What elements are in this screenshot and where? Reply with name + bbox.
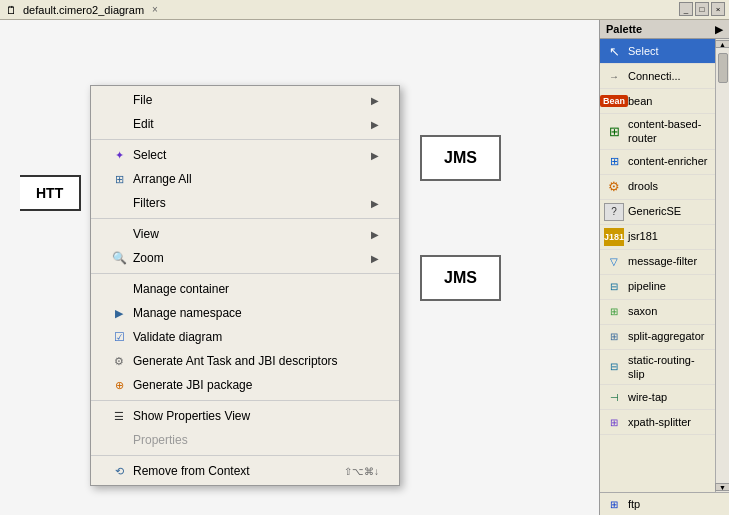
palette-item-wire[interactable]: ⊣ wire-tap (600, 385, 715, 410)
file-label: File (133, 93, 152, 107)
palette-saxon-label: saxon (628, 304, 711, 318)
jms-component-1[interactable]: JMS (420, 135, 501, 181)
palette-item-enricher[interactable]: ⊞ content-enricher (600, 150, 715, 175)
scroll-up-button[interactable]: ▲ (715, 40, 730, 48)
menu-item-manage-container[interactable]: Manage container (91, 277, 399, 301)
select-label: Select (133, 148, 166, 162)
menu-item-gen-jbi[interactable]: ⊕ Generate JBI package (91, 373, 399, 397)
http-label: HTT (36, 185, 63, 201)
menu-item-gen-ant[interactable]: ⚙ Generate Ant Task and JBI descriptors (91, 349, 399, 373)
scroll-thumb[interactable] (718, 53, 728, 83)
menu-item-zoom[interactable]: 🔍 Zoom ▶ (91, 246, 399, 270)
main-area: HTT JMS JMS File ▶ Edit (0, 20, 729, 515)
gen-ant-icon: ⚙ (111, 353, 127, 369)
palette-item-saxon[interactable]: ⊞ saxon (600, 300, 715, 325)
http-component[interactable]: HTT (20, 175, 81, 211)
menu-item-view[interactable]: View ▶ (91, 222, 399, 246)
menu-item-manage-namespace[interactable]: ▶ Manage namespace (91, 301, 399, 325)
palette-item-jsr181[interactable]: J181 jsr181 (600, 225, 715, 250)
palette-item-drools[interactable]: ⚙ drools (600, 175, 715, 200)
manage-ns-icon: ▶ (111, 305, 127, 321)
palette-item-select[interactable]: ↖ Select (600, 39, 715, 64)
enricher-icon: ⊞ (604, 153, 624, 171)
validate-label: Validate diagram (133, 330, 222, 344)
select-arrow: ▶ (371, 150, 379, 161)
cursor-icon: ↖ (604, 42, 624, 60)
palette-cbr-label: content-based-router (628, 117, 711, 146)
close-button[interactable]: × (711, 2, 725, 16)
arrange-icon: ⊞ (111, 171, 127, 187)
palette-genericse-label: GenericSE (628, 204, 711, 218)
filters-arrow: ▶ (371, 198, 379, 209)
menu-item-edit[interactable]: Edit ▶ (91, 112, 399, 136)
menu-item-remove[interactable]: ⟲ Remove from Context ⇧⌥⌘↓ (91, 459, 399, 483)
context-menu: File ▶ Edit ▶ ✦ Select ▶ (90, 85, 400, 486)
zoom-icon: 🔍 (111, 250, 127, 266)
file-icon (111, 92, 127, 108)
palette-item-pipeline[interactable]: ⊟ pipeline (600, 275, 715, 300)
window-controls: _ □ × (679, 2, 725, 16)
sep3 (91, 273, 399, 274)
palette-header: Palette ▶ (600, 20, 729, 39)
gen-jbi-icon: ⊕ (111, 377, 127, 393)
jms2-label: JMS (444, 269, 477, 287)
palette-filter-label: message-filter (628, 254, 711, 268)
jms-component-2[interactable]: JMS (420, 255, 501, 301)
palette-item-split[interactable]: ⊞ split-aggregator (600, 325, 715, 350)
show-props-label: Show Properties View (133, 409, 250, 423)
pipeline-icon: ⊟ (604, 278, 624, 296)
palette-item-routing[interactable]: ⊟ static-routing-slip (600, 350, 715, 386)
view-icon (111, 226, 127, 242)
sep5 (91, 455, 399, 456)
menu-item-select[interactable]: ✦ Select ▶ (91, 143, 399, 167)
view-label: View (133, 227, 159, 241)
saxon-icon: ⊞ (604, 303, 624, 321)
minimize-button[interactable]: _ (679, 2, 693, 16)
genericse-icon: ? (604, 203, 624, 221)
menu-item-arrange[interactable]: ⊞ Arrange All (91, 167, 399, 191)
jsr181-icon: J181 (604, 228, 624, 246)
routing-icon: ⊟ (604, 358, 624, 376)
palette-item-bean[interactable]: Bean bean (600, 89, 715, 114)
tab-close-button[interactable]: × (152, 4, 158, 15)
palette-item-xpath[interactable]: ⊞ xpath-splitter (600, 410, 715, 435)
edit-icon (111, 116, 127, 132)
palette-item-cbr[interactable]: ⊞ content-based-router (600, 114, 715, 150)
select-icon: ✦ (111, 147, 127, 163)
bean-icon: Bean (604, 92, 624, 110)
menu-item-filters[interactable]: Filters ▶ (91, 191, 399, 215)
palette-item-connection[interactable]: → Connecti... (600, 64, 715, 89)
palette-item-genericse[interactable]: ? GenericSE (600, 200, 715, 225)
palette-expand-icon[interactable]: ▶ (715, 24, 723, 35)
canvas-area[interactable]: HTT JMS JMS File ▶ Edit (0, 20, 599, 515)
gen-ant-label: Generate Ant Task and JBI descriptors (133, 354, 338, 368)
ftp-section[interactable]: ⊞ ftp (600, 492, 729, 515)
menu-item-file[interactable]: File ▶ (91, 88, 399, 112)
view-arrow: ▶ (371, 229, 379, 240)
connection-icon: → (604, 67, 624, 85)
palette-routing-label: static-routing-slip (628, 353, 711, 382)
gen-jbi-label: Generate JBI package (133, 378, 252, 392)
remove-label: Remove from Context (133, 464, 250, 478)
sep4 (91, 400, 399, 401)
wire-icon: ⊣ (604, 388, 624, 406)
filters-label: Filters (133, 196, 166, 210)
palette-select-label: Select (628, 44, 711, 58)
palette-scrollbar[interactable]: ▲ ▼ (715, 39, 729, 492)
title-bar: 🗒 default.cimero2_diagram × _ □ × (0, 0, 729, 20)
menu-item-show-props[interactable]: ☰ Show Properties View (91, 404, 399, 428)
menu-item-validate[interactable]: ☑ Validate diagram (91, 325, 399, 349)
zoom-label: Zoom (133, 251, 164, 265)
palette-bean-label: bean (628, 94, 711, 108)
maximize-button[interactable]: □ (695, 2, 709, 16)
scroll-down-button[interactable]: ▼ (715, 483, 730, 491)
arrange-label: Arrange All (133, 172, 192, 186)
palette-item-filter[interactable]: ▽ message-filter (600, 250, 715, 275)
manage-ns-label: Manage namespace (133, 306, 242, 320)
palette-items-list: ↖ Select → Connecti... Bean bean (600, 39, 715, 492)
sep1 (91, 139, 399, 140)
menu-item-properties: Properties (91, 428, 399, 452)
filter-icon: ▽ (604, 253, 624, 271)
palette-wire-label: wire-tap (628, 390, 711, 404)
properties-icon (111, 432, 127, 448)
